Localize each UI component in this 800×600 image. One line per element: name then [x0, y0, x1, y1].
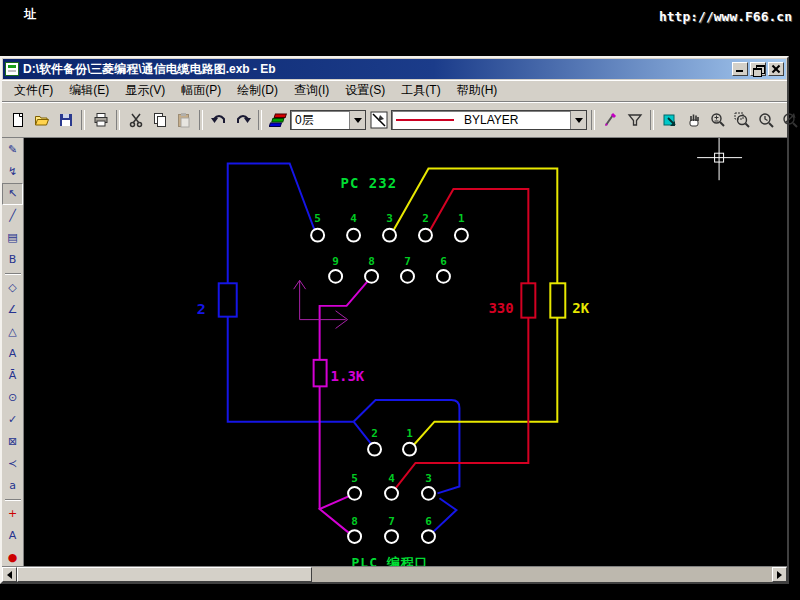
zoom-in-out-button[interactable] — [706, 109, 729, 132]
menu-help[interactable]: 帮助(H) — [449, 80, 506, 101]
linetype-value: BYLAYER — [460, 113, 570, 127]
wire-red — [396, 189, 536, 488]
scissors-icon — [128, 112, 144, 128]
menu-bar: 文件(F) 编辑(E) 显示(V) 幅面(P) 绘制(D) 查询(I) 设置(S… — [2, 80, 787, 102]
small-text-tool-button[interactable]: a — [3, 475, 22, 497]
menu-query[interactable]: 查询(I) — [286, 80, 337, 101]
menu-sheet[interactable]: 幅面(P) — [173, 80, 229, 101]
title-bar[interactable]: D:\软件备份\三菱编程\通信电缆电路图.exb - Eb — [3, 59, 786, 79]
text-edit-tool-button[interactable]: Ā — [3, 365, 22, 387]
print-button[interactable] — [89, 109, 112, 132]
new-button[interactable] — [6, 109, 29, 132]
menu-file[interactable]: 文件(F) — [6, 80, 61, 101]
svg-text:3: 3 — [425, 472, 432, 485]
angle-dim-tool-button[interactable]: ∠ — [3, 299, 22, 321]
text-tool-button[interactable]: A — [3, 343, 22, 365]
resistor-blue — [219, 283, 237, 316]
horizontal-scrollbar[interactable] — [2, 566, 787, 582]
watermark-url: http://www.F66.cn — [659, 9, 792, 24]
menu-tools[interactable]: 工具(T) — [393, 80, 448, 101]
menu-edit[interactable]: 编辑(E) — [61, 80, 117, 101]
pan-button[interactable] — [658, 109, 681, 132]
clock-tool-button[interactable]: ⊙ — [3, 387, 22, 409]
hand-button[interactable] — [682, 109, 705, 132]
plc-pin-6 — [422, 530, 435, 543]
linetype-combo-drop[interactable] — [570, 111, 586, 129]
select-tool-button[interactable]: ↖ — [2, 183, 23, 205]
svg-text:4: 4 — [388, 472, 395, 485]
pc232-pin-4 — [347, 229, 360, 242]
zoom-all-button[interactable] — [778, 109, 800, 132]
plc-pin-2 — [368, 443, 381, 456]
layers-icon — [269, 112, 287, 128]
restore-button[interactable] — [750, 62, 766, 76]
resistor-yellow-label: 2K — [572, 300, 589, 316]
left-toolbar-separator — [5, 273, 21, 275]
zoom-previous-button[interactable] — [754, 109, 777, 132]
scrollbar-thumb[interactable] — [17, 567, 312, 582]
redo-button[interactable] — [231, 109, 254, 132]
resistor-blue-label: 2 — [197, 300, 206, 318]
check-tool-button[interactable]: ✓ — [3, 409, 22, 431]
bracket-tool-button[interactable]: ≺ — [3, 453, 22, 475]
undo-button[interactable] — [207, 109, 230, 132]
paste-button[interactable] — [172, 109, 195, 132]
toolbar-separator — [116, 110, 120, 130]
curve-tool-button[interactable]: ↯ — [3, 161, 22, 183]
add-tool-button[interactable]: + — [3, 503, 22, 525]
left-toolbar-separator — [5, 499, 21, 501]
menu-draw[interactable]: 绘制(D) — [229, 80, 286, 101]
filter-button[interactable] — [623, 109, 646, 132]
plc-pin-4 — [385, 487, 398, 500]
pan-icon — [662, 112, 678, 128]
linetype-combo[interactable]: BYLAYER — [391, 110, 587, 130]
annotate-tool-button[interactable]: A — [3, 525, 22, 547]
scroll-left-button[interactable] — [2, 567, 17, 582]
scrollbar-track[interactable] — [312, 567, 772, 582]
plc-pin-8 — [348, 530, 361, 543]
copy-icon — [152, 112, 168, 128]
redo-icon — [235, 112, 251, 128]
cut-button[interactable] — [124, 109, 147, 132]
toolbar-separator — [650, 110, 654, 130]
svg-text:2: 2 — [422, 213, 429, 226]
bitmap-tool-button[interactable]: B — [3, 249, 22, 271]
linestyle-button[interactable] — [367, 109, 390, 132]
window-body: ✎ ↯ ↖ ╱ ▤ B ◇ ∠ △ A Ā ⊙ ✓ ⊠ ≺ a + A ● — [2, 138, 787, 566]
zoom-window-button[interactable] — [730, 109, 753, 132]
triangle-tool-button[interactable]: △ — [3, 321, 22, 343]
main-toolbar: 0层 BYLAYER — [2, 102, 787, 138]
chevron-down-icon — [575, 118, 583, 123]
minimize-button[interactable] — [732, 62, 748, 76]
pc232-pin-2 — [419, 229, 432, 242]
drawing-canvas[interactable]: 5 4 3 2 1 9 8 7 6 2 1 5 4 3 8 — [24, 138, 787, 566]
crosshair-cursor — [697, 138, 742, 180]
close-button[interactable] — [768, 62, 784, 76]
save-floppy-icon — [58, 112, 74, 128]
undo-icon — [211, 112, 227, 128]
screen: 址 http://www.F66.cn D:\软件备份\三菱编程\通信电缆电路图… — [0, 0, 800, 600]
svg-text:7: 7 — [388, 515, 395, 528]
sketch-tool-button[interactable]: ✎ — [3, 139, 22, 161]
svg-text:8: 8 — [368, 255, 375, 268]
copy-button[interactable] — [148, 109, 171, 132]
pc232-pin-6 — [437, 270, 450, 283]
save-button[interactable] — [54, 109, 77, 132]
pen-button[interactable] — [599, 109, 622, 132]
open-button[interactable] — [30, 109, 53, 132]
block-tool-button[interactable]: ▤ — [3, 227, 22, 249]
polygon-tool-button[interactable]: ◇ — [3, 277, 22, 299]
svg-text:4: 4 — [350, 213, 357, 226]
box-delete-tool-button[interactable]: ⊠ — [3, 431, 22, 453]
svg-text:6: 6 — [425, 515, 432, 528]
resistor-magenta-label: 1.3K — [331, 369, 365, 385]
layers-button[interactable] — [266, 109, 289, 132]
menu-view[interactable]: 显示(V) — [117, 80, 173, 101]
scroll-right-button[interactable] — [772, 567, 787, 582]
menu-settings[interactable]: 设置(S) — [337, 80, 393, 101]
layer-combo-drop[interactable] — [349, 111, 365, 129]
layer-combo[interactable]: 0层 — [290, 110, 366, 130]
top-watermark-strip: 址 http://www.F66.cn — [0, 0, 800, 56]
zoom-all-icon — [782, 112, 798, 128]
line-tool-button[interactable]: ╱ — [3, 205, 22, 227]
